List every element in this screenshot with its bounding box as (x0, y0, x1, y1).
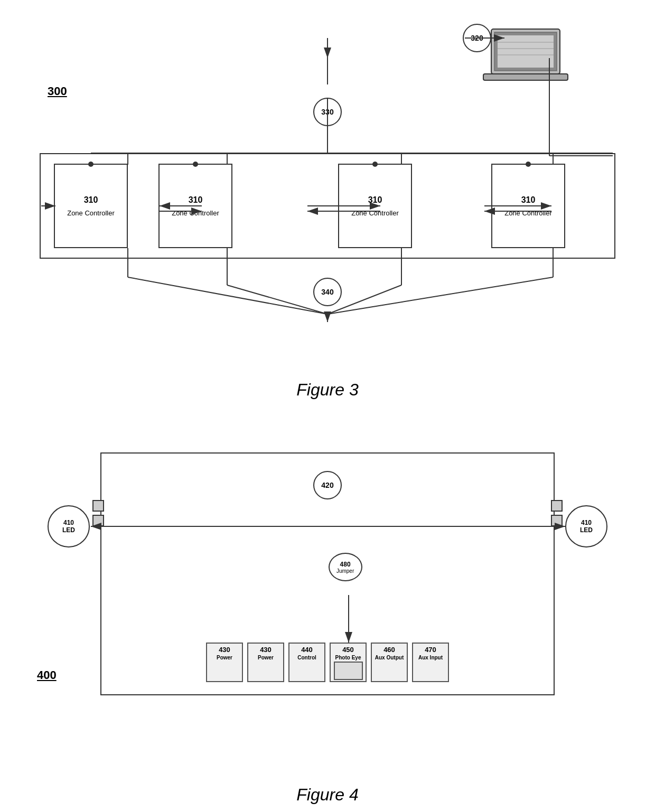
connector-row: 430 Power 430 Power 440 Control 450 Phot… (108, 643, 547, 682)
zone-controller-2: 310 Zone Controller (158, 164, 232, 248)
node-420: 420 (313, 471, 342, 499)
svg-rect-6 (483, 74, 568, 80)
zone-controller-3: 310 Zone Controller (338, 164, 412, 248)
svg-line-34 (328, 277, 553, 314)
node-340: 340 (313, 278, 342, 306)
led-sq-left-bottom (92, 515, 104, 526)
connector-450: 450 Photo Eye (330, 643, 367, 682)
figure4-diagram: 400 410 LED 410 LED 420 480 (32, 421, 623, 780)
zone-controller-4: 310 Zone Controller (491, 164, 565, 248)
connector-460: 460 Aux Output (371, 643, 408, 682)
led-sq-left-top (92, 500, 104, 512)
led-connectors-left (92, 500, 104, 526)
led-sq-right-bottom (551, 515, 563, 526)
svg-line-28 (128, 277, 328, 314)
node-480: 480 Jumper (329, 553, 362, 581)
node-320: 320 (463, 24, 491, 52)
led-sq-right-top (551, 500, 563, 512)
connector-470: 470 Aux Input (412, 643, 449, 682)
svg-line-30 (227, 285, 328, 314)
connector-430-1: 430 Power (206, 643, 243, 682)
zone-controller-1: 310 Zone Controller (54, 164, 128, 248)
fig3-label: 300 (48, 84, 67, 98)
node-330: 330 (313, 98, 342, 126)
figure3-caption: Figure 3 (32, 380, 623, 400)
jumper-box (334, 662, 363, 680)
svg-rect-2 (498, 35, 554, 68)
led-circle-left: 410 LED (48, 505, 90, 547)
laptop-icon (507, 26, 592, 84)
connector-430-2: 430 Power (247, 643, 284, 682)
fig4-label: 400 (37, 668, 57, 682)
led-connectors-right (551, 500, 563, 526)
led-circle-right: 410 LED (565, 505, 607, 547)
figure4-caption: Figure 4 (32, 785, 623, 805)
connector-440: 440 Control (288, 643, 325, 682)
figure3-diagram: 300 320 330 (32, 16, 623, 375)
